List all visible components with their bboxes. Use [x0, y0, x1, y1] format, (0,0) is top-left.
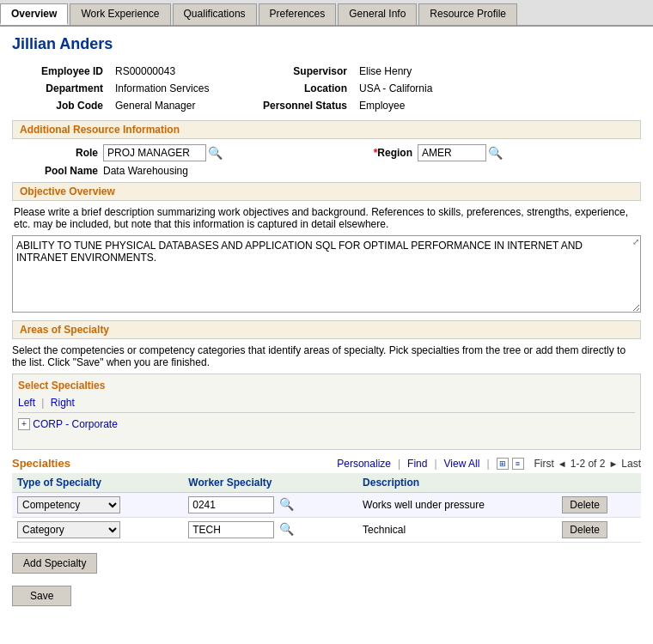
view-all-link[interactable]: View All	[444, 458, 480, 470]
role-input[interactable]	[103, 144, 206, 161]
main-content: Jillian Anders Employee ID RS00000043 Su…	[0, 27, 653, 615]
pool-name-row: Pool Name Data Warehousing	[12, 165, 641, 177]
role-row: Role 🔍 *Region 🔍	[12, 144, 641, 161]
row1-type-cell: Competency Category	[12, 493, 183, 518]
select-specialties-header: Select Specialties	[18, 380, 635, 392]
role-col: Role 🔍	[12, 144, 326, 161]
pagination-first-label: First	[534, 458, 554, 470]
supervisor-value: Elise Henry	[354, 64, 639, 79]
region-label: *Region	[326, 147, 412, 159]
next-page-icon[interactable]: ►	[608, 459, 618, 469]
tree-right-link[interactable]: Right	[51, 397, 75, 409]
region-search-icon[interactable]: 🔍	[488, 146, 503, 160]
row1-worker-input[interactable]	[188, 496, 274, 513]
row1-search-icon[interactable]: 🔍	[279, 497, 294, 511]
save-row: Save	[12, 586, 641, 606]
col-desc-header: Description	[357, 473, 557, 493]
tab-resource-profile[interactable]: Resource Profile	[418, 3, 517, 25]
personnel-status-value: Employee	[354, 98, 639, 113]
table-row: Competency Category 🔍 Works well under p…	[12, 493, 641, 518]
expand-icon[interactable]: ⤢	[632, 237, 639, 246]
sep3: |	[486, 458, 489, 470]
add-specialty-row: Add Specialty	[12, 550, 641, 580]
areas-of-specialty-desc: Select the competencies or competency ca…	[12, 344, 641, 368]
col-type-header: Type of Specialty	[12, 473, 183, 493]
col-worker-header: Worker Specialty	[183, 473, 357, 493]
prev-page-icon[interactable]: ◄	[558, 459, 567, 469]
col-action-header	[557, 473, 641, 493]
location-value: USA - California	[354, 81, 639, 96]
tree-nav: Left | Right	[18, 397, 635, 409]
row1-action-cell: Delete	[557, 493, 641, 518]
employee-id-label: Employee ID	[14, 64, 108, 79]
row2-desc-cell: Technical	[357, 518, 557, 543]
supervisor-label: Supervisor	[249, 64, 352, 79]
find-link[interactable]: Find	[407, 458, 427, 470]
row1-delete-button[interactable]: Delete	[562, 496, 607, 513]
role-label: Role	[12, 147, 98, 159]
pool-name-col: Pool Name Data Warehousing	[12, 165, 641, 177]
select-specialties-box: Select Specialties Left | Right + CORP -…	[12, 374, 641, 450]
tree-divider	[18, 412, 635, 413]
additional-resource-section-header: Additional Resource Information	[12, 120, 641, 139]
pagination-last-label: Last	[621, 458, 641, 470]
tab-qualifications[interactable]: Qualifications	[173, 3, 257, 25]
grid-icon[interactable]: ⊞	[497, 458, 509, 470]
specialties-header-row: Specialties Personalize | Find | View Al…	[12, 457, 641, 470]
row2-action-cell: Delete	[557, 518, 641, 543]
tree-item-corp: + CORP - Corporate	[18, 418, 635, 430]
page-title: Jillian Anders	[12, 35, 641, 53]
table-row: Competency Category 🔍 Technical Delete	[12, 518, 641, 543]
personalize-link[interactable]: Personalize	[337, 458, 391, 470]
region-col: *Region 🔍	[326, 144, 641, 161]
tab-overview[interactable]: Overview	[0, 3, 68, 25]
pagination-range: 1-2 of 2	[571, 458, 606, 470]
specialties-table: Type of Specialty Worker Specialty Descr…	[12, 473, 641, 543]
job-code-value: General Manager	[110, 98, 247, 113]
row2-type-select[interactable]: Competency Category	[17, 521, 120, 538]
row1-desc-cell: Works well under pressure	[357, 493, 557, 518]
save-button[interactable]: Save	[12, 586, 71, 606]
row1-worker-cell: 🔍	[183, 493, 357, 518]
tab-general-info[interactable]: General Info	[338, 3, 417, 25]
employee-info-table: Employee ID RS00000043 Supervisor Elise …	[12, 62, 641, 115]
pool-name-value: Data Warehousing	[103, 165, 188, 177]
objective-textarea-wrapper: ABILITY TO TUNE PHYSICAL DATABASES AND A…	[12, 235, 641, 315]
areas-of-specialty-header: Areas of Specialty	[12, 320, 641, 339]
add-specialty-button[interactable]: Add Specialty	[12, 553, 97, 574]
department-value: Information Services	[110, 81, 247, 96]
department-label: Department	[14, 81, 108, 96]
employee-id-value: RS00000043	[110, 64, 247, 79]
personnel-status-label: Personnel Status	[249, 98, 352, 113]
specialties-controls: Personalize | Find | View All | ⊞ ≡ Firs…	[337, 458, 641, 470]
objective-description: Please write a brief description summari…	[12, 206, 641, 230]
region-input[interactable]	[418, 144, 486, 161]
sep1: |	[398, 458, 400, 470]
sep2: |	[434, 458, 436, 470]
tab-work-experience[interactable]: Work Experience	[70, 3, 170, 25]
role-search-icon[interactable]: 🔍	[208, 146, 223, 160]
specialties-title: Specialties	[12, 457, 70, 470]
tree-left-link[interactable]: Left	[18, 397, 35, 409]
row2-type-cell: Competency Category	[12, 518, 183, 543]
tree-expand-icon[interactable]: +	[18, 418, 30, 430]
tree-item-link[interactable]: CORP - Corporate	[33, 418, 117, 430]
row2-search-icon[interactable]: 🔍	[279, 522, 294, 536]
row2-delete-button[interactable]: Delete	[562, 521, 607, 538]
objective-textarea[interactable]: ABILITY TO TUNE PHYSICAL DATABASES AND A…	[12, 235, 641, 313]
row1-type-select[interactable]: Competency Category	[17, 496, 120, 513]
objective-section-header: Objective Overview	[12, 182, 641, 201]
tree-nav-separator: |	[41, 397, 44, 409]
job-code-label: Job Code	[14, 98, 108, 113]
row2-worker-input[interactable]	[188, 521, 274, 538]
row2-worker-cell: 🔍	[183, 518, 357, 543]
location-label: Location	[249, 81, 352, 96]
tab-preferences[interactable]: Preferences	[259, 3, 337, 25]
list-icon[interactable]: ≡	[512, 458, 524, 470]
pool-name-label: Pool Name	[12, 165, 98, 177]
tab-bar: Overview Work Experience Qualifications …	[0, 0, 653, 27]
